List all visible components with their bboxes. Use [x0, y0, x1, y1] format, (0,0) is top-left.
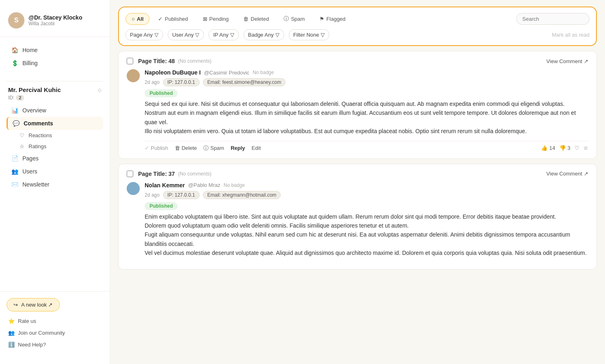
spam-icon-1: ⓘ — [203, 145, 209, 152]
tab-pending[interactable]: ⊠ Pending — [197, 13, 235, 25]
comment-checkbox-2[interactable] — [127, 171, 133, 177]
thumbs-down-val-1: 3 — [568, 145, 570, 151]
avatar: S — [8, 12, 24, 29]
top-nav: 🏠 Home 💲 Billing — [0, 44, 110, 70]
sidebar-item-home[interactable]: 🏠 Home — [7, 44, 103, 57]
email-pill-1: Email: feest.simone@heaney.com — [203, 78, 286, 86]
new-look-button[interactable]: ↪ A new look ↗ — [7, 298, 60, 311]
email-pill-2: Email: xhegmann@hotmail.com — [203, 191, 281, 199]
join-community-label: Join our Community — [18, 330, 65, 336]
heart-icon-1: ♡ — [574, 145, 579, 151]
rate-us-link[interactable]: ⭐ Rate us — [7, 316, 103, 326]
sidebar-item-billing[interactable]: 💲 Billing — [7, 57, 103, 70]
mark-all-read-btn[interactable]: Mark all as read — [552, 32, 590, 38]
status-badge-1: Published — [145, 89, 178, 97]
thumbs-down-icon-1: 👎 — [559, 145, 566, 151]
ip-filter[interactable]: IP Any ▽ — [209, 29, 238, 40]
filter-filter-chevron: ▽ — [321, 32, 325, 38]
badge-filter-chevron: ▽ — [275, 32, 279, 38]
sidebar-item-newsletter[interactable]: ✉️ Newsletter — [7, 178, 103, 191]
secondary-nav: 📊 Overview 💬 Comments ♡ Reactions ☆ Rati… — [0, 104, 110, 191]
comment-meta-2: 2d ago IP: 127.0.0.1 Email: xhegmann@hot… — [145, 191, 588, 199]
filter-filter[interactable]: Filter None ▽ — [289, 29, 330, 40]
meta-time-2: 2d ago — [145, 192, 160, 198]
comment-text-2: Enim explicabo voluptatem qui libero ist… — [145, 212, 588, 258]
spam-label: Spam — [291, 16, 305, 22]
comment-body-2: Nolan Kemmer @Pablo Mraz No badge 2d ago… — [127, 182, 588, 263]
site-id-row: ID: 2 — [8, 95, 101, 101]
rate-us-label: Rate us — [18, 318, 36, 324]
pages-label: Pages — [22, 155, 39, 162]
rate-us-icon: ⭐ — [8, 318, 15, 324]
sidebar-item-overview[interactable]: 📊 Overview — [7, 104, 103, 117]
user-filter[interactable]: User Any ▽ — [168, 29, 204, 40]
sidebar-bottom: ↪ A new look ↗ ⭐ Rate us 👥 Join our Comm… — [0, 291, 110, 356]
meta-time-1: 2d ago — [145, 79, 160, 85]
user-filter-chevron: ▽ — [195, 32, 199, 38]
page-title-2: Page Title: 37 — [138, 171, 175, 177]
tab-published[interactable]: ✓ Published — [152, 13, 194, 25]
reply-btn-1[interactable]: Reply — [231, 145, 245, 151]
comment-card-2: Page Title: 37 (No comments) View Commen… — [118, 164, 597, 270]
sidebar-item-pages[interactable]: 📄 Pages — [7, 152, 103, 165]
view-comment-btn-2[interactable]: View Comment ↗ — [546, 171, 588, 177]
badge-filter-label: Badge Any — [248, 32, 274, 38]
external-link-icon-1: ↗ — [584, 58, 588, 64]
new-look-icon: ↪ — [13, 302, 18, 308]
page-filter[interactable]: Page Any ▽ — [125, 29, 163, 40]
no-badge-label-1: No badge — [253, 70, 274, 75]
flagged-label: Flagged — [326, 16, 345, 22]
toolbar-container: ○ All ✓ Published ⊠ Pending 🗑 Deleted ⓘ — [118, 7, 597, 46]
sidebar-item-reactions[interactable]: ♡ Reactions — [7, 130, 103, 141]
ip-pill-2: IP: 127.0.0.1 — [163, 191, 200, 199]
commenter-avatar-2 — [127, 182, 140, 195]
toolbar-row1: ○ All ✓ Published ⊠ Pending 🗑 Deleted ⓘ — [125, 12, 590, 25]
search-input[interactable] — [516, 13, 590, 25]
all-label: All — [137, 16, 144, 22]
thumbs-up-val-1: 14 — [549, 145, 555, 151]
thumbs-up-count-1: 👍 14 — [541, 145, 555, 151]
need-help-link[interactable]: ℹ️ Need Help? — [7, 340, 103, 349]
site-id-badge: 2 — [16, 95, 24, 101]
sidebar-item-comments[interactable]: 💬 Comments — [7, 117, 103, 130]
comment-meta-1: 2d ago IP: 127.0.0.1 Email: feest.simone… — [145, 78, 588, 86]
site-name: Mr. Percival Kuhic — [8, 86, 61, 93]
spam-btn-1[interactable]: ⓘ Spam — [203, 145, 224, 152]
comment-main-2: Nolan Kemmer @Pablo Mraz No badge 2d ago… — [145, 182, 588, 263]
filter-filter-label: Filter None — [293, 32, 319, 38]
home-label: Home — [22, 47, 37, 53]
comment-checkbox[interactable] — [127, 58, 133, 64]
view-comment-btn-1[interactable]: View Comment ↗ — [546, 58, 588, 64]
pages-icon: 📄 — [11, 155, 18, 162]
ratings-icon: ☆ — [20, 143, 24, 149]
no-comments-2: (No comments) — [178, 171, 211, 177]
ip-filter-label: IP Any — [213, 32, 228, 38]
badge-filter[interactable]: Badge Any ▽ — [244, 29, 284, 40]
join-community-link[interactable]: 👥 Join our Community — [7, 328, 103, 338]
no-comments-1: (No comments) — [178, 58, 211, 64]
profile-section: S @Dr. Stacey Klocko Willa Jacobi — [0, 8, 110, 37]
tab-deleted[interactable]: 🗑 Deleted — [237, 13, 275, 25]
page-filter-label: Page Any — [130, 32, 153, 38]
sidebar-item-users[interactable]: 👥 Users — [7, 165, 103, 178]
commenter-name-2: Nolan Kemmer — [145, 182, 185, 189]
tab-spam[interactable]: ⓘ Spam — [277, 12, 311, 25]
delete-btn-1[interactable]: 🗑 Delete — [175, 145, 197, 151]
diamond-icon[interactable]: ◇ — [98, 87, 101, 93]
external-link-icon-2: ↗ — [584, 171, 588, 177]
comment-actions-1: ✓ Publish 🗑 Delete ⓘ Spam Reply Edit — [145, 141, 588, 152]
tab-flagged[interactable]: ⚑ Flagged — [313, 13, 352, 25]
star-count-1: ☆ — [583, 145, 588, 151]
ip-filter-chevron: ▽ — [230, 32, 234, 38]
footer-links: ⭐ Rate us 👥 Join our Community ℹ️ Need H… — [7, 316, 103, 349]
commenter-name-1: Napoleon DuBuque I — [145, 69, 201, 76]
profile-username: @Dr. Stacey Klocko — [29, 14, 82, 21]
newsletter-icon: ✉️ — [11, 181, 18, 188]
tab-all[interactable]: ○ All — [125, 13, 150, 25]
publish-btn-1[interactable]: ✓ Publish — [145, 145, 168, 151]
pending-label: Pending — [209, 16, 229, 22]
edit-btn-1[interactable]: Edit — [252, 145, 261, 151]
sidebar-item-ratings[interactable]: ☆ Ratings — [7, 141, 103, 152]
commenter-row-2: Nolan Kemmer @Pablo Mraz No badge — [145, 182, 588, 189]
heart-count-1: ♡ — [574, 145, 579, 151]
